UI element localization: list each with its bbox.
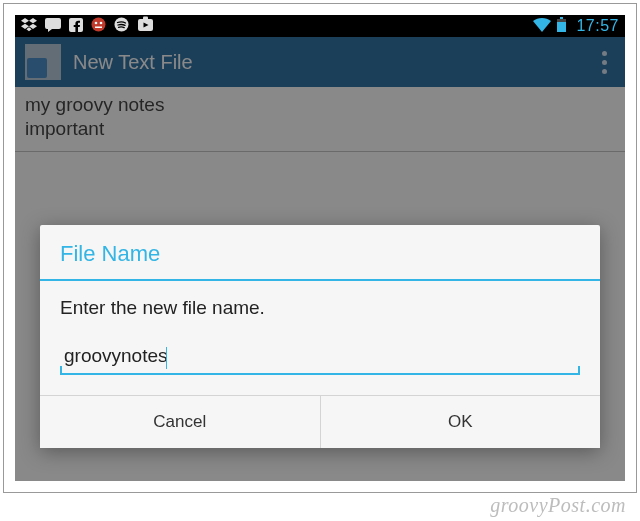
svg-point-1 — [92, 18, 106, 32]
playstore-icon — [137, 16, 154, 36]
file-name-dialog: File Name Enter the new file name. groov… — [40, 225, 600, 448]
svg-rect-10 — [557, 22, 566, 32]
ok-button[interactable]: OK — [320, 396, 601, 448]
wifi-icon — [533, 18, 551, 35]
svg-rect-4 — [95, 27, 102, 29]
watermark: groovyPost.com — [490, 494, 626, 517]
status-clock: 17:57 — [576, 17, 619, 35]
device-screen: 17:57 New Text File my groovy notes impo… — [15, 15, 625, 481]
dropbox-icon — [21, 18, 37, 35]
facebook-icon — [69, 18, 83, 35]
svg-point-3 — [100, 22, 103, 25]
spotify-icon — [114, 17, 129, 35]
battery-icon — [557, 17, 566, 35]
cancel-button[interactable]: Cancel — [40, 396, 320, 448]
file-name-input[interactable]: groovynotes — [60, 343, 580, 375]
svg-point-2 — [95, 22, 98, 25]
dialog-message: Enter the new file name. — [60, 297, 580, 319]
svg-rect-8 — [560, 17, 563, 19]
svg-rect-7 — [143, 17, 148, 21]
emoji-icon — [91, 17, 106, 35]
messages-icon — [45, 18, 61, 35]
file-name-input-value: groovynotes — [64, 345, 168, 366]
text-cursor — [166, 347, 168, 369]
dialog-title: File Name — [40, 225, 600, 281]
status-bar: 17:57 — [15, 15, 625, 37]
